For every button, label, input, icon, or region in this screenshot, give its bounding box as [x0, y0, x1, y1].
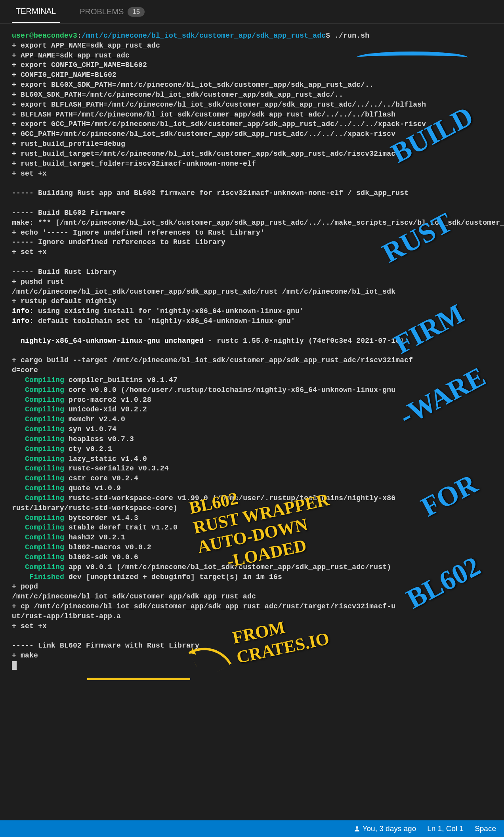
tab-problems[interactable]: PROBLEMS 15	[76, 1, 149, 23]
problems-count-badge: 15	[128, 7, 145, 17]
tab-terminal-label: TERMINAL	[16, 7, 56, 16]
person-icon	[354, 826, 360, 832]
status-bar: You, 3 days ago Ln 1, Col 1 Space	[0, 820, 504, 837]
status-indent[interactable]: Space	[475, 824, 496, 833]
svg-point-0	[356, 826, 358, 829]
status-blame[interactable]: You, 3 days ago	[354, 824, 416, 833]
annotation-underline-yellow	[87, 678, 190, 680]
annotation-underline-cyan	[357, 52, 468, 63]
status-blame-text: You, 3 days ago	[363, 824, 416, 833]
panel-tab-bar: TERMINAL PROBLEMS 15	[0, 0, 504, 24]
terminal-output[interactable]: user@beacondev3:/mnt/c/pinecone/bl_iot_s…	[0, 24, 504, 678]
status-cursor-pos[interactable]: Ln 1, Col 1	[427, 824, 464, 833]
tab-terminal[interactable]: TERMINAL	[12, 0, 60, 23]
tab-problems-label: PROBLEMS	[80, 7, 124, 16]
